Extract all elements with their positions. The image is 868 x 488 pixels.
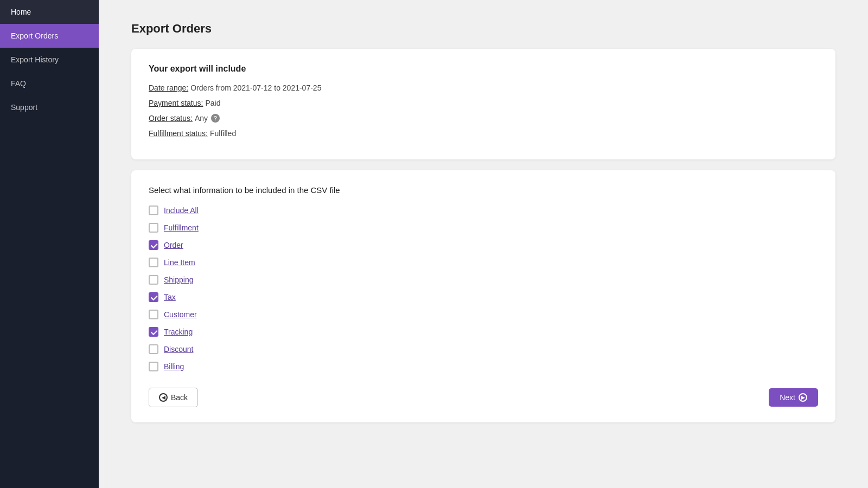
sidebar-item-export-orders[interactable]: Export Orders [0,24,99,48]
checkbox-box-tracking[interactable] [149,327,158,337]
summary-row-3: Fulfillment status: Fulfilled [149,129,818,138]
checkbox-label-fulfillment: Fulfillment [164,223,199,232]
summary-value-2: Any [195,114,208,123]
summary-label-1: Payment status: [149,99,203,107]
checkbox-label-tax: Tax [164,293,176,301]
checkbox-box-line_item[interactable] [149,258,158,267]
summary-label-2: Order status: [149,114,193,123]
checkbox-label-shipping: Shipping [164,275,194,284]
checkbox-item-discount[interactable]: Discount [149,344,818,354]
checkbox-item-fulfillment[interactable]: Fulfillment [149,223,818,233]
sidebar-item-faq[interactable]: FAQ [0,72,99,95]
checkbox-label-line_item: Line Item [164,258,195,267]
summary-label-0: Date range: [149,84,188,92]
checkbox-box-tax[interactable] [149,292,158,302]
summary-value-0: Orders from 2021-07-12 to 2021-07-25 [190,84,321,92]
summary-card: Your export will include Date range: Ord… [131,49,835,159]
back-button[interactable]: ◀ Back [149,388,198,407]
sidebar-item-export-history[interactable]: Export History [0,48,99,72]
checkbox-item-order[interactable]: Order [149,240,818,250]
back-icon: ◀ [159,393,168,402]
checkbox-box-order[interactable] [149,240,158,250]
checkbox-item-include_all[interactable]: Include All [149,206,818,215]
summary-card-title: Your export will include [149,64,818,74]
summary-value-3: Fulfilled [210,129,236,138]
summary-label-3: Fulfillment status: [149,129,208,138]
info-icon-2: ? [211,114,220,123]
summary-row-0: Date range: Orders from 2021-07-12 to 20… [149,84,818,92]
checkbox-box-shipping[interactable] [149,275,158,285]
checkbox-label-include_all: Include All [164,206,199,215]
summary-row-1: Payment status: Paid [149,99,818,107]
checkbox-box-include_all[interactable] [149,206,158,215]
checkbox-label-order: Order [164,241,183,249]
checkbox-label-customer: Customer [164,310,197,319]
checkbox-box-discount[interactable] [149,344,158,354]
sidebar: HomeExport OrdersExport HistoryFAQSuppor… [0,0,99,488]
checkbox-item-billing[interactable]: Billing [149,362,818,371]
summary-row-2: Order status: Any? [149,114,818,123]
checkbox-item-customer[interactable]: Customer [149,310,818,319]
checkbox-list: Include AllFulfillmentOrderLine ItemShip… [149,206,818,371]
buttons-row: ◀ Back Next ▶ [149,388,818,407]
sidebar-item-home[interactable]: Home [0,0,99,24]
next-button[interactable]: Next ▶ [769,388,818,407]
summary-value-1: Paid [205,99,220,107]
checkbox-item-tracking[interactable]: Tracking [149,327,818,337]
summary-rows: Date range: Orders from 2021-07-12 to 20… [149,84,818,138]
csv-card: Select what information to be included i… [131,170,835,422]
checkbox-label-billing: Billing [164,362,184,371]
sidebar-item-support[interactable]: Support [0,95,99,119]
checkbox-box-billing[interactable] [149,362,158,371]
checkbox-box-customer[interactable] [149,310,158,319]
csv-card-subtitle: Select what information to be included i… [149,185,818,195]
checkbox-item-tax[interactable]: Tax [149,292,818,302]
main-content: Export Orders Your export will include D… [99,0,868,488]
page-title: Export Orders [131,22,835,36]
next-label: Next [780,393,795,402]
checkbox-box-fulfillment[interactable] [149,223,158,233]
next-icon: ▶ [799,393,807,402]
back-label: Back [171,393,188,402]
checkbox-label-discount: Discount [164,345,193,354]
checkbox-item-line_item[interactable]: Line Item [149,258,818,267]
checkbox-item-shipping[interactable]: Shipping [149,275,818,285]
checkbox-label-tracking: Tracking [164,328,193,336]
